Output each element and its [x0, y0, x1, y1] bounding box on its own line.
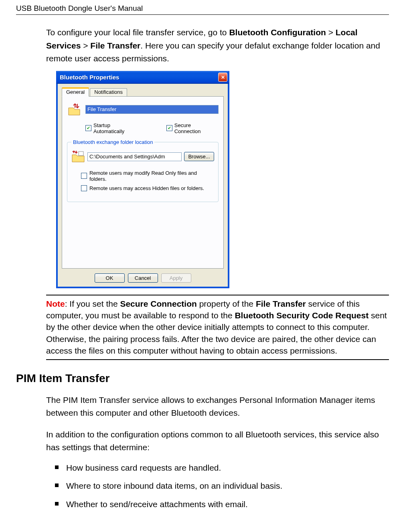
list-item: Whether to send/receive attachments with…: [55, 498, 389, 511]
tab-notifications[interactable]: Notifications: [90, 88, 127, 97]
access-hidden-label: Remote users may access Hidden files or …: [89, 185, 204, 191]
note-block: Note: If you set the Secure Connection p…: [46, 295, 389, 360]
note-b2: File Transfer: [256, 299, 306, 308]
pim-bullet-list: How business card requests are handled. …: [55, 461, 389, 511]
folder-location-icon: [71, 151, 85, 163]
intro-gt-2: >: [81, 41, 90, 50]
note-label: Note: [46, 299, 65, 308]
intro-path-1: Bluetooth Configuration: [229, 28, 326, 37]
tab-general[interactable]: General: [62, 87, 89, 97]
secure-connection-checkbox[interactable]: ✔ Secure Connection: [166, 122, 219, 134]
startup-automatically-label: Startup Automatically: [93, 122, 142, 134]
secure-connection-label: Secure Connection: [174, 122, 219, 134]
note-b3: Bluetooth Security Code Request: [235, 311, 369, 320]
close-icon: ✕: [221, 75, 225, 80]
checkbox-checked-icon: ✔: [166, 125, 172, 131]
dialog-title: Bluetooth Properties: [60, 74, 218, 81]
exchange-folder-group: Bluetooth exchange folder location: [67, 139, 219, 202]
browse-button[interactable]: Browse...: [184, 152, 214, 161]
exchange-folder-legend: Bluetooth exchange folder location: [71, 139, 154, 145]
svg-rect-0: [79, 152, 83, 156]
tab-strip: General Notifications: [62, 87, 224, 97]
list-item: Where to store inbound data items, on an…: [55, 479, 389, 492]
pim-paragraph-1: The PIM Item Transfer service allows to …: [46, 394, 389, 420]
access-hidden-checkbox[interactable]: Remote users may access Hidden files or …: [81, 185, 214, 191]
file-transfer-icon: [67, 102, 81, 117]
dialog-button-row: OK Cancel Apply: [62, 273, 224, 283]
note-t2: property of the: [197, 299, 256, 308]
checkbox-unchecked-icon: [81, 185, 87, 191]
apply-button[interactable]: Apply: [161, 273, 191, 283]
pim-item-transfer-heading: PIM Item Transfer: [16, 372, 389, 385]
service-name-input[interactable]: [85, 105, 219, 114]
close-button[interactable]: ✕: [218, 73, 227, 82]
folder-path-input[interactable]: [87, 152, 182, 161]
intro-text-pre: To configure your local file transfer se…: [46, 28, 229, 37]
intro-path-3: File Transfer: [90, 41, 140, 50]
tab-panel-general: ✔ Startup Automatically ✔ Secure Connect…: [62, 96, 224, 269]
note-t1: : If you set the: [65, 299, 120, 308]
checkbox-unchecked-icon: [81, 173, 87, 179]
modify-readonly-label: Remote users may modify Read Only files …: [89, 170, 214, 182]
dialog-titlebar[interactable]: Bluetooth Properties ✕: [57, 71, 229, 84]
document-header: USB Bluetooth Dongle User's Manual: [16, 4, 389, 15]
cancel-button[interactable]: Cancel: [128, 273, 158, 283]
ok-button[interactable]: OK: [95, 273, 125, 283]
intro-gt-1: >: [326, 28, 336, 37]
checkbox-checked-icon: ✔: [85, 125, 91, 131]
dialog-body: General Notifications: [57, 84, 229, 288]
note-b1: Secure Connection: [120, 299, 196, 308]
bluetooth-properties-dialog: Bluetooth Properties ✕ General Notificat…: [56, 71, 229, 288]
startup-automatically-checkbox[interactable]: ✔ Startup Automatically: [85, 122, 142, 134]
list-item: How business card requests are handled.: [55, 461, 389, 474]
pim-paragraph-2: In addition to the configuration options…: [46, 428, 389, 454]
modify-readonly-checkbox[interactable]: Remote users may modify Read Only files …: [81, 170, 214, 182]
intro-paragraph: To configure your local file transfer se…: [46, 26, 389, 65]
